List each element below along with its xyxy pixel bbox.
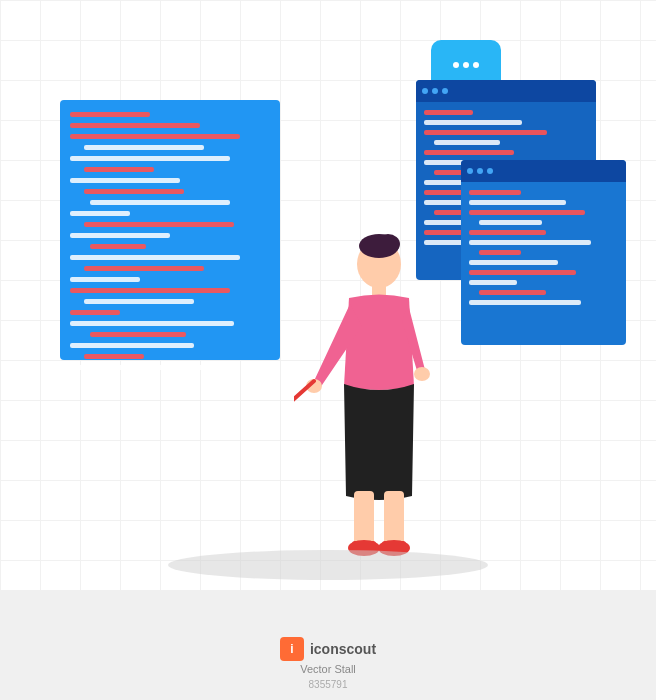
code-line <box>90 244 146 249</box>
window-header <box>416 80 596 102</box>
code-line <box>424 110 473 115</box>
bubble-dot <box>463 62 469 68</box>
code-line <box>70 211 130 216</box>
vector-stall-label: Vector Stall <box>300 663 356 675</box>
code-line <box>84 189 184 194</box>
iconscout-letter: i <box>290 642 293 656</box>
bottom-bar: i iconscout Vector Stall 8355791 <box>0 590 656 700</box>
code-line <box>70 310 120 315</box>
code-line <box>424 130 547 135</box>
code-line <box>70 321 234 326</box>
code-line <box>90 332 186 337</box>
code-line <box>70 178 180 183</box>
code-line <box>469 270 576 275</box>
svg-rect-12 <box>382 541 406 551</box>
code-line <box>70 255 240 260</box>
illustration-container: i iconscout Vector Stall 8355791 <box>0 0 656 700</box>
window-dot <box>487 168 493 174</box>
code-line <box>84 222 234 227</box>
code-line <box>479 250 521 255</box>
code-line <box>84 354 144 359</box>
code-window-front <box>461 160 626 345</box>
svg-rect-8 <box>384 491 404 546</box>
code-line <box>469 190 521 195</box>
floor-shadow <box>168 550 488 580</box>
code-line <box>424 120 522 125</box>
woman-figure <box>294 226 464 590</box>
code-line <box>469 210 585 215</box>
code-lines-left <box>60 100 280 382</box>
code-line <box>70 123 200 128</box>
window-dot <box>442 88 448 94</box>
code-line <box>469 240 591 245</box>
code-line <box>469 280 517 285</box>
code-line <box>469 300 581 305</box>
window-dot <box>467 168 473 174</box>
code-line <box>469 260 558 265</box>
code-line <box>70 134 240 139</box>
svg-point-2 <box>359 234 399 258</box>
code-line <box>479 290 546 295</box>
code-line <box>424 150 514 155</box>
code-line <box>70 343 194 348</box>
bubble-dot <box>453 62 459 68</box>
code-line <box>84 266 204 271</box>
code-line <box>70 233 170 238</box>
iconscout-icon: i <box>280 637 304 661</box>
svg-rect-7 <box>354 491 374 546</box>
code-line <box>84 145 204 150</box>
code-line <box>84 167 154 172</box>
code-line <box>84 299 194 304</box>
window-dot <box>422 88 428 94</box>
code-line <box>70 112 150 117</box>
code-line <box>70 156 230 161</box>
window-header-front <box>461 160 626 182</box>
code-line <box>469 200 566 205</box>
svg-point-6 <box>414 367 430 381</box>
window-body-front <box>461 182 626 313</box>
bubble-dot <box>473 62 479 68</box>
code-line <box>70 288 230 293</box>
iconscout-logo: i iconscout <box>280 637 376 661</box>
code-line <box>90 200 230 205</box>
iconscout-label: iconscout <box>310 641 376 657</box>
code-line <box>434 140 500 145</box>
code-line <box>70 277 140 282</box>
code-line <box>469 230 546 235</box>
code-board-left <box>60 100 280 360</box>
window-dot <box>432 88 438 94</box>
window-dot <box>477 168 483 174</box>
code-line <box>479 220 542 225</box>
watermark-container: i iconscout Vector Stall 8355791 <box>280 637 376 690</box>
image-id-label: 8355791 <box>309 679 348 690</box>
code-line <box>70 365 226 370</box>
